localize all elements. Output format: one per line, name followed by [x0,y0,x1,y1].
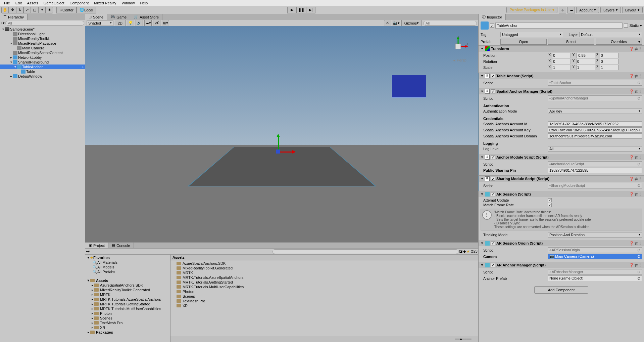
menu-help[interactable]: Help [138,0,151,6]
object-name-input[interactable] [495,23,623,29]
tools-icon[interactable]: ✕ [384,20,391,27]
rotation-z[interactable] [600,59,618,64]
project-folder[interactable]: ▸MixedRealityToolkit.Generated [85,288,170,292]
layer-dropdown[interactable]: Default [579,32,642,37]
project-folder[interactable]: ▸MRTK [85,292,170,297]
active-checkbox[interactable] [490,24,494,28]
favorite-item[interactable]: 🔍 All Materials [85,260,170,265]
aranchormanager-script[interactable]: ⟐ARAnchorManager⊙ [548,269,642,275]
orientation-gizmo[interactable]: y x [448,36,468,56]
tableanchor-script[interactable]: ▫TableAnchor⊙ [548,80,642,86]
scale-x[interactable] [552,65,571,70]
position-z[interactable] [600,53,618,58]
preset-icon[interactable]: ⇄ [635,47,638,51]
menu-assets[interactable]: Assets [24,0,41,6]
arsessionorigin-foldout[interactable]: ▼ [481,242,484,245]
aranchormanager-enabled[interactable] [491,263,495,267]
position-x[interactable] [552,53,571,58]
hierarchy-item[interactable]: Main Camera [0,46,85,50]
match-framerate-checkbox[interactable] [548,203,552,207]
mode-2d-button[interactable]: 2D [115,20,126,27]
project-folder[interactable]: ▸AzureSpatialAnchors.SDK [85,283,170,288]
scale-y[interactable] [576,65,595,70]
tableanchor-foldout[interactable]: ▼ [481,74,484,78]
prefab-select-button[interactable]: Select [548,39,594,45]
project-folder[interactable]: ▸MRTK.Tutorials.AzureSpatialAnchors [85,297,170,302]
transform-foldout[interactable]: ▼ [481,47,484,50]
log-level-dropdown[interactable]: All [548,146,642,152]
local-button[interactable]: 🌐 Local [77,7,96,13]
audio-toggle[interactable]: 🔊 [136,20,143,27]
console-tab[interactable]: ▤ Console [108,243,134,248]
pivot-center-button[interactable]: ⊕ Center [56,7,77,13]
project-folder[interactable]: ▸MRTK.Tutorials.MultiUserCapabilities [85,306,170,311]
project-folder[interactable]: ▸TextMesh Pro [85,320,170,325]
thumbnail-slider[interactable]: ━━●━━━━ [170,336,478,342]
account-dropdown[interactable]: Account ▾ [576,7,599,13]
gizmos-dropdown[interactable]: Gizmos ▾ [401,20,422,27]
menu-file[interactable]: File [1,0,13,6]
arsession-foldout[interactable]: ▼ [481,193,484,196]
hidden-toggle[interactable]: ⊘0 [153,20,160,27]
arsessionorigin-script[interactable]: ⟐ARSessionOrigin⊙ [548,247,642,253]
pause-button[interactable]: ❚❚ [297,7,306,13]
packages-folder[interactable]: ▸Packages [85,330,170,335]
tag-dropdown[interactable]: Untagged [500,32,563,37]
project-create-button[interactable]: +▾ [86,249,90,254]
prefab-overrides-button[interactable]: Overrides▾ [596,39,642,45]
file-item[interactable]: Scenes [171,294,478,299]
scene-tab[interactable]: ⊞ Scene [85,14,107,20]
hierarchy-item[interactable]: Table [0,69,85,74]
file-item[interactable]: AzureSpatialAnchors.SDK [171,261,478,266]
account-domain-input[interactable] [548,133,642,139]
tracking-mode-dropdown[interactable]: Position And Rotation [548,232,642,238]
file-item[interactable]: MRTK.Tutorials.GettingStarted [171,280,478,285]
game-tab[interactable]: 🎮 Game [107,14,130,20]
cloud-button[interactable]: ☁ [567,7,575,13]
grid-toggle[interactable]: ⊞▾ [162,20,169,27]
attempt-update-checkbox[interactable] [548,198,552,202]
file-item[interactable]: MRTK [171,270,478,275]
file-item[interactable]: XR [171,303,478,308]
sharingmodule-enabled[interactable] [491,177,495,181]
tool-hand[interactable]: ✋ [1,7,9,13]
hierarchy-tab[interactable]: ☰ Hierarchy [0,14,28,20]
lighting-toggle[interactable]: 💡 [127,20,134,27]
file-item[interactable]: MRTK.Tutorials.AzureSpatialAnchors [171,275,478,280]
assets-folder[interactable]: ▼Assets [85,278,170,283]
file-item[interactable]: Photon [171,289,478,294]
tool-rotate[interactable]: ↻ [16,7,23,13]
layers-dropdown[interactable]: Layers ▾ [600,7,621,13]
perspective-label[interactable]: ◄ Persp [453,58,466,62]
anchormodule-script[interactable]: ▫AnchorModuleScript⊙ [548,161,642,167]
hierarchy-item[interactable]: ▾SharedPlayground [0,60,85,65]
camera-field[interactable]: 📷 Main Camera (Camera)⊙ [548,254,642,259]
auth-mode-dropdown[interactable]: Api Key [548,109,642,114]
shading-mode-dropdown[interactable]: Shaded [87,20,113,26]
project-folder[interactable]: ▸XR [85,325,170,330]
sharingmodule-script[interactable]: ▫SharingModuleScript⊙ [548,183,642,188]
project-folder[interactable]: ▸MRTK.Tutorials.GettingStarted [85,302,170,306]
inspector-tab[interactable]: ⓘ Inspector [479,14,506,20]
menu-edit[interactable]: Edit [13,0,24,6]
y-axis-handle[interactable] [278,135,279,152]
aranchormanager-foldout[interactable]: ▼ [481,263,484,267]
arsession-enabled[interactable] [491,192,495,196]
spatialanchor-enabled[interactable] [491,89,495,93]
layout-dropdown[interactable]: Layout ▾ [622,7,643,13]
create-button[interactable]: +▾ [1,21,5,25]
prefab-open-button[interactable]: Open [500,39,547,45]
hierarchy-item[interactable]: ▾SampleScene* [0,27,85,32]
anchormodule-enabled[interactable] [491,155,495,159]
assetstore-tab[interactable]: 🛒 Asset Store [130,14,162,20]
hierarchy-item[interactable]: Directional Light [0,32,85,36]
hierarchy-search[interactable] [5,21,84,26]
scene-viewport[interactable]: y x ◄ Persp [85,26,478,242]
menu-mixedreality[interactable]: Mixed Reality [91,0,119,6]
camera-icon[interactable]: 📷▾ [393,20,400,27]
menu-component[interactable]: Component [67,0,91,6]
menu-icon[interactable]: ⋮ [638,47,642,51]
scale-z[interactable] [600,65,618,70]
favorites-header[interactable]: ▼★ Favorites [85,255,170,260]
anchormodule-foldout[interactable]: ▼ [481,156,484,159]
